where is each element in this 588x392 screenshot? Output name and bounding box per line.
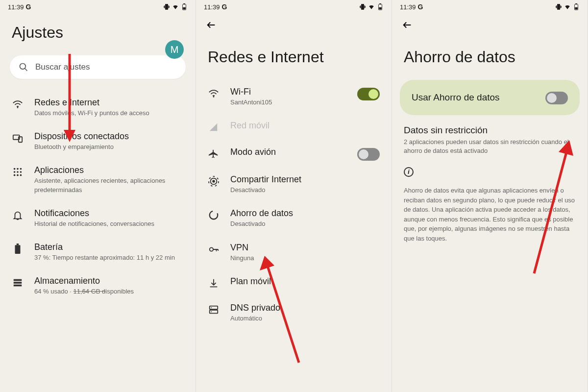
wifi-toggle[interactable] <box>357 88 380 100</box>
vibrate-icon <box>555 3 562 10</box>
svg-rect-2 <box>183 7 185 9</box>
svg-point-14 <box>14 174 16 176</box>
signal-icon <box>208 122 220 133</box>
network-item-vpn[interactable]: VPN Ninguna <box>196 236 392 270</box>
svg-point-5 <box>17 107 19 108</box>
svg-rect-17 <box>15 245 21 254</box>
item-sub: 64 % usado · 11,64 GB disponibles <box>34 287 184 296</box>
wifi-icon <box>12 98 24 110</box>
datasaver-description: Ahorro de datos evita que algunas aplica… <box>392 186 588 243</box>
status-time: 11:39 <box>8 3 24 11</box>
airplane-toggle[interactable] <box>357 148 380 161</box>
svg-point-27 <box>213 96 215 98</box>
avatar[interactable]: M <box>165 40 184 59</box>
item-sub: Bluetooth y emparejamiento <box>34 143 184 151</box>
storage-icon <box>12 277 24 289</box>
google-logo-icon: G <box>222 3 227 11</box>
network-item-datasaver[interactable]: Ahorro de datos Desactivado <box>196 201 392 235</box>
back-button[interactable] <box>196 14 226 36</box>
status-bar: 11:39 G <box>196 0 392 14</box>
item-title: VPN <box>230 243 380 253</box>
google-logo-icon: G <box>26 3 31 11</box>
settings-item-network[interactable]: Redes e Internet Datos móviles, Wi-Fi y … <box>0 91 196 124</box>
svg-point-35 <box>211 307 212 308</box>
settings-item-storage[interactable]: Almacenamiento 64 % usado · 11,64 GB dis… <box>0 269 196 303</box>
settings-item-notifications[interactable]: Notificaciones Historial de notificacion… <box>0 201 196 235</box>
settings-item-apps[interactable]: Aplicaciones Asistente, aplicaciones rec… <box>0 158 196 201</box>
datasaver-main-toggle-row[interactable]: Usar Ahorro de datos <box>400 80 580 115</box>
svg-point-8 <box>14 168 16 170</box>
item-sub: Asistente, aplicaciones recientes, aplic… <box>34 176 184 194</box>
hotspot-icon <box>208 175 220 187</box>
item-title: Wi-Fi <box>230 87 346 97</box>
svg-point-36 <box>211 311 212 312</box>
toggle-label: Usar Ahorro de datos <box>412 92 500 103</box>
bell-icon <box>12 209 24 221</box>
vpn-key-icon <box>208 244 220 255</box>
item-title: Red móvil <box>230 121 380 131</box>
svg-rect-21 <box>14 285 22 287</box>
svg-rect-25 <box>379 3 381 4</box>
item-title: Dispositivos conectados <box>34 131 184 142</box>
vibrate-icon <box>163 3 170 10</box>
item-title: Almacenamiento <box>34 276 184 286</box>
wifi-icon <box>208 88 220 99</box>
item-title: Redes e Internet <box>34 98 184 108</box>
svg-line-4 <box>25 69 27 71</box>
network-item-hotspot[interactable]: Compartir Internet Desactivado <box>196 168 392 201</box>
item-sub: Historial de notificaciones, conversacio… <box>34 220 184 228</box>
dns-icon <box>208 304 220 316</box>
battery-icon <box>181 3 188 10</box>
svg-rect-33 <box>210 306 218 309</box>
network-item-plan[interactable]: Plan móvil <box>196 270 392 296</box>
svg-rect-26 <box>379 7 381 9</box>
settings-item-devices[interactable]: Dispositivos conectados Bluetooth y empa… <box>0 124 196 158</box>
svg-point-12 <box>17 172 19 173</box>
svg-rect-20 <box>14 282 22 284</box>
network-item-dns[interactable]: DNS privado Automático <box>196 296 392 330</box>
item-title: Plan móvil <box>230 276 380 287</box>
network-item-wifi[interactable]: Wi-Fi SantAntoni105 <box>196 80 392 114</box>
item-title: Compartir Internet <box>230 174 380 185</box>
search-settings-bar[interactable]: Buscar ajustes <box>10 55 186 79</box>
svg-point-13 <box>20 172 22 173</box>
info-row: i <box>392 164 588 186</box>
airplane-icon <box>208 148 220 160</box>
wifi-icon <box>368 3 375 10</box>
item-title: Notificaciones <box>34 208 184 219</box>
settings-item-battery[interactable]: Batería 37 %: Tiempo restante aproximado… <box>0 235 196 269</box>
status-bar: 11:39 G <box>392 0 588 14</box>
svg-point-3 <box>20 64 26 70</box>
vibrate-icon <box>359 3 366 10</box>
devices-icon <box>12 132 24 144</box>
screen-network: 11:39 G Redes e Internet Wi-Fi SantAnton… <box>196 0 392 392</box>
item-title: Modo avión <box>230 147 346 157</box>
google-logo-icon: G <box>418 3 423 11</box>
svg-point-32 <box>210 247 213 251</box>
use-datasaver-toggle[interactable] <box>545 92 568 104</box>
download-icon <box>208 277 220 289</box>
unrestricted-data-section[interactable]: Datos sin restricción 2 aplicaciones pue… <box>392 125 588 164</box>
network-item-mobile: Red móvil <box>196 114 392 140</box>
back-arrow-icon <box>206 20 217 30</box>
svg-point-15 <box>17 174 19 176</box>
apps-icon <box>12 166 24 178</box>
svg-point-9 <box>17 168 19 170</box>
item-sub: 37 %: Tiempo restante aproximado: 11 h y… <box>34 253 184 262</box>
status-bar: 11:39 G <box>0 0 196 14</box>
svg-point-31 <box>210 211 218 220</box>
back-button[interactable] <box>392 14 422 36</box>
battery-icon <box>12 243 24 255</box>
page-title: Ahorro de datos <box>392 38 588 80</box>
svg-point-16 <box>20 174 22 176</box>
network-item-airplane[interactable]: Modo avión <box>196 140 392 168</box>
item-title: Batería <box>34 242 184 252</box>
svg-point-28 <box>212 180 215 183</box>
svg-point-11 <box>14 172 16 173</box>
item-sub: Desactivado <box>230 220 380 228</box>
status-time: 11:39 <box>400 3 416 11</box>
item-sub: SantAntoni105 <box>230 98 346 107</box>
section-sub: 2 aplicaciones pueden usar datos sin res… <box>392 138 588 164</box>
battery-icon <box>573 3 580 10</box>
item-title: Ahorro de datos <box>230 208 380 219</box>
